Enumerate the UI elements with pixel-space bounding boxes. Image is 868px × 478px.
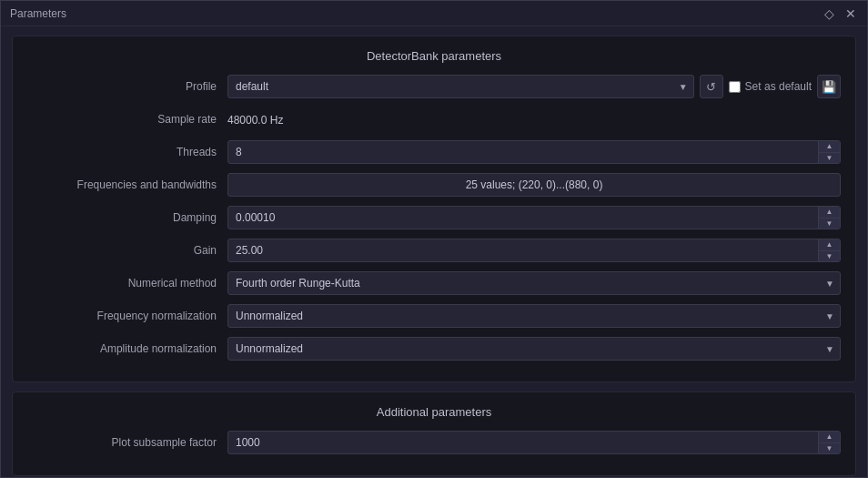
plot-subsample-up-button[interactable]: ▲ <box>818 432 840 443</box>
damping-label: Damping <box>27 211 227 224</box>
damping-up-button[interactable]: ▲ <box>818 207 840 219</box>
gain-label: Gain <box>27 244 227 257</box>
threads-spinbox: ▲ ▼ <box>227 140 841 164</box>
threads-label: Threads <box>27 146 227 158</box>
gain-spinbox: ▲ ▼ <box>227 239 841 262</box>
detectorbank-panel: DetectorBank parameters Profile default … <box>12 36 856 382</box>
profile-row-inner: default ▼ ↺ Set as default 💾 <box>227 75 841 98</box>
save-button[interactable]: 💾 <box>817 75 841 98</box>
freq-bw-button[interactable]: 25 values; (220, 0)...(880, 0) <box>227 173 841 197</box>
damping-control: ▲ ▼ <box>227 206 841 229</box>
profile-select-wrapper: default ▼ <box>227 75 694 98</box>
amp-norm-control: Unnormalized Normalized ▼ <box>227 337 841 361</box>
freq-bw-row: Frequencies and bandwidths 25 values; (2… <box>27 172 841 198</box>
gain-up-button[interactable]: ▲ <box>818 239 840 251</box>
damping-spinbox: ▲ ▼ <box>227 206 841 229</box>
sample-rate-row: Sample rate 48000.0 Hz <box>27 107 841 132</box>
amp-norm-label: Amplitude normalization <box>27 342 227 355</box>
title-bar: Parameters ◇ ✕ <box>1 1 867 26</box>
gain-down-button[interactable]: ▼ <box>818 251 840 262</box>
freq-norm-select[interactable]: Unnormalized Normalized <box>227 304 841 328</box>
threads-control: ▲ ▼ <box>227 140 841 164</box>
threads-input[interactable] <box>227 140 841 164</box>
threads-arrows: ▲ ▼ <box>818 141 840 163</box>
numerical-method-select-wrapper: Fourth order Runge-Kutta Second order Ru… <box>227 271 841 295</box>
pin-button[interactable]: ◇ <box>823 7 836 20</box>
detectorbank-panel-title: DetectorBank parameters <box>27 49 841 63</box>
profile-select[interactable]: default <box>227 75 694 98</box>
gain-row: Gain ▲ ▼ <box>27 238 841 263</box>
plot-subsample-control: ▲ ▼ <box>227 431 841 454</box>
freq-norm-select-wrapper: Unnormalized Normalized ▼ <box>227 304 841 328</box>
numerical-method-label: Numerical method <box>27 277 227 290</box>
amp-norm-select-wrapper: Unnormalized Normalized ▼ <box>227 337 841 361</box>
amp-norm-select[interactable]: Unnormalized Normalized <box>227 337 841 361</box>
profile-control: default ▼ ↺ Set as default 💾 <box>227 75 841 98</box>
sample-rate-label: Sample rate <box>27 113 227 126</box>
freq-bw-label: Frequencies and bandwidths <box>27 178 227 191</box>
numerical-method-select[interactable]: Fourth order Runge-Kutta Second order Ru… <box>227 271 841 295</box>
content-area: DetectorBank parameters Profile default … <box>1 26 867 477</box>
plot-subsample-row: Plot subsample factor ▲ ▼ <box>27 430 841 455</box>
threads-row: Threads ▲ ▼ <box>27 139 841 165</box>
close-button[interactable]: ✕ <box>843 7 858 20</box>
plot-subsample-input[interactable] <box>227 431 841 454</box>
title-bar-controls: ◇ ✕ <box>823 7 858 20</box>
damping-down-button[interactable]: ▼ <box>818 219 840 229</box>
threads-up-button[interactable]: ▲ <box>818 141 840 153</box>
sample-rate-value: 48000.0 Hz <box>227 114 283 127</box>
plot-subsample-spinbox: ▲ ▼ <box>227 431 841 454</box>
main-window: Parameters ◇ ✕ DetectorBank parameters P… <box>0 0 868 478</box>
gain-input[interactable] <box>227 239 841 262</box>
sample-rate-control: 48000.0 Hz <box>227 113 841 127</box>
set-as-default-checkbox[interactable] <box>729 81 741 93</box>
title-bar-left: Parameters <box>10 7 66 20</box>
threads-down-button[interactable]: ▼ <box>818 153 840 164</box>
damping-row: Damping ▲ ▼ <box>27 205 841 230</box>
profile-row: Profile default ▼ ↺ Set as default <box>27 74 841 99</box>
numerical-method-row: Numerical method Fourth order Runge-Kutt… <box>27 270 841 296</box>
additional-panel-title: Additional parameters <box>27 405 841 419</box>
freq-bw-control: 25 values; (220, 0)...(880, 0) <box>227 173 841 197</box>
freq-norm-control: Unnormalized Normalized ▼ <box>227 304 841 328</box>
plot-subsample-arrows: ▲ ▼ <box>818 432 840 453</box>
plot-subsample-label: Plot subsample factor <box>27 436 227 449</box>
gain-control: ▲ ▼ <box>227 239 841 262</box>
refresh-button[interactable]: ↺ <box>700 75 723 98</box>
profile-label: Profile <box>27 80 227 93</box>
plot-subsample-down-button[interactable]: ▼ <box>818 443 840 454</box>
numerical-method-control: Fourth order Runge-Kutta Second order Ru… <box>227 271 841 295</box>
additional-panel: Additional parameters Plot subsample fac… <box>12 392 856 476</box>
window-title: Parameters <box>10 7 66 20</box>
amp-norm-row: Amplitude normalization Unnormalized Nor… <box>27 336 841 361</box>
freq-norm-row: Frequency normalization Unnormalized Nor… <box>27 303 841 329</box>
damping-input[interactable] <box>227 206 841 229</box>
gain-arrows: ▲ ▼ <box>818 239 840 261</box>
damping-arrows: ▲ ▼ <box>818 207 840 229</box>
freq-norm-label: Frequency normalization <box>27 310 227 322</box>
set-as-default-label[interactable]: Set as default <box>729 80 812 93</box>
